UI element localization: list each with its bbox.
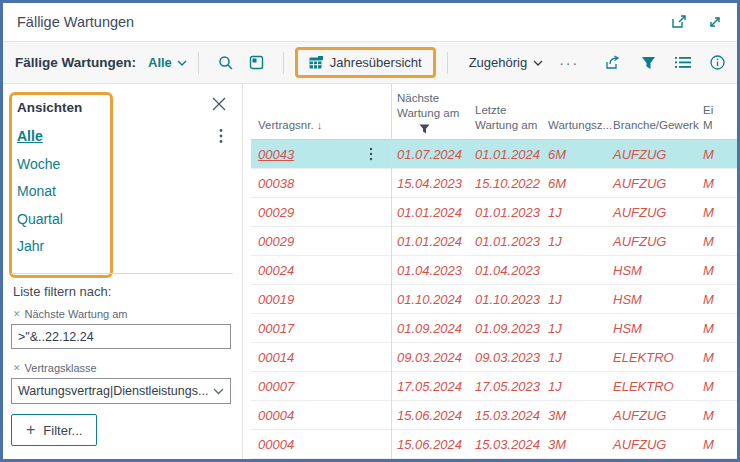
view-link-monat[interactable]: Monat xyxy=(17,183,63,211)
contract-number-link[interactable]: 00004 xyxy=(258,437,294,452)
cell-wartungszyklus: 6M xyxy=(542,176,607,191)
cell-wartungszyklus: 1J xyxy=(542,350,607,365)
cell-letzte-wartung: 15.03.2024 xyxy=(469,437,542,452)
cell-branche-gewerk: HSM xyxy=(607,263,697,278)
zugehoerig-dropdown[interactable]: Zugehörig xyxy=(469,55,544,70)
contract-number-link[interactable]: 00014 xyxy=(258,350,294,365)
view-link-alle[interactable]: Alle xyxy=(17,128,63,156)
fallige-wartungen-window: Fällige Wartungen Fällige Wartungen: All… xyxy=(0,0,740,462)
column-header-vertragsnr[interactable]: Vertragsnr. ↓ xyxy=(258,118,322,134)
table-row[interactable]: 00043 01.07.2024 01.01.2024 6M AUFZUG M xyxy=(251,140,737,169)
table-row[interactable]: 00007 17.05.2024 17.05.2023 1J ELEKTRO M xyxy=(251,372,737,401)
analysis-mode-icon[interactable] xyxy=(249,55,264,70)
table-row[interactable]: 00004 15.06.2024 15.03.2024 3M AUFZUG M xyxy=(251,401,737,430)
cell-wartungszyklus: 1J xyxy=(542,321,607,336)
page-title: Fällige Wartungen xyxy=(17,14,134,30)
cell-wartungszyklus: 3M xyxy=(542,437,607,452)
cell-cutoff: M xyxy=(697,176,737,191)
cell-letzte-wartung: 01.01.2023 xyxy=(469,234,542,249)
cell-letzte-wartung: 15.10.2022 xyxy=(469,176,542,191)
action-toolbar: Fällige Wartungen: Alle Jahresübersicht xyxy=(3,42,737,83)
views-menu-icon[interactable] xyxy=(219,128,223,144)
contract-number-link[interactable]: 00029 xyxy=(258,234,294,249)
cell-branche-gewerk: AUFZUG xyxy=(607,408,697,423)
table-row[interactable]: 00014 09.03.2024 09.03.2023 1J ELEKTRO M xyxy=(251,343,737,372)
row-menu-icon[interactable] xyxy=(369,147,373,161)
cell-naechste-wartung: 09.03.2024 xyxy=(391,350,469,365)
cell-cutoff: M xyxy=(697,437,737,452)
cell-letzte-wartung: 09.03.2023 xyxy=(469,350,542,365)
cell-wartungszyklus: 1J xyxy=(542,292,607,307)
column-header-wartungszyklus[interactable]: Wartungsz... xyxy=(548,118,612,134)
cell-letzte-wartung: 01.01.2024 xyxy=(469,147,542,162)
cell-branche-gewerk: AUFZUG xyxy=(607,205,697,220)
table-row[interactable]: 00024 01.04.2023 01.04.2023 HSM M xyxy=(251,256,737,285)
cell-letzte-wartung: 01.10.2023 xyxy=(469,292,542,307)
column-header-letzte-wartung[interactable]: Letzte Wartung am xyxy=(475,103,537,134)
expand-icon[interactable] xyxy=(707,14,723,30)
filter-pane: Ansichten Alle Woche Monat Quartal Jahr … xyxy=(3,84,243,459)
table-row[interactable]: 00029 01.01.2024 01.01.2023 1J AUFZUG M xyxy=(251,198,737,227)
more-options-icon[interactable]: ··· xyxy=(559,55,579,71)
cell-wartungszyklus: 1J xyxy=(542,379,607,394)
cell-naechste-wartung: 01.10.2024 xyxy=(391,292,469,307)
table-header: Vertragsnr. ↓ Nächste Wartung am Letzte … xyxy=(251,84,737,140)
table-row[interactable]: 00029 01.01.2024 01.01.2023 1J AUFZUG M xyxy=(251,227,737,256)
view-link-quartal[interactable]: Quartal xyxy=(17,211,63,239)
info-icon[interactable] xyxy=(710,55,725,70)
contract-number-link[interactable]: 00007 xyxy=(258,379,294,394)
cell-naechste-wartung: 15.06.2024 xyxy=(391,437,469,452)
cell-cutoff: M xyxy=(697,263,737,278)
popout-icon[interactable] xyxy=(671,14,687,30)
contract-number-link[interactable]: 00029 xyxy=(258,205,294,220)
views-heading: Ansichten xyxy=(17,100,82,115)
cell-wartungszyklus: 6M xyxy=(542,147,607,162)
cell-branche-gewerk: AUFZUG xyxy=(607,147,697,162)
naechste-wartung-filter-input[interactable] xyxy=(11,324,231,349)
remove-filter-icon[interactable]: ✕ xyxy=(13,309,21,319)
table-row[interactable]: 00019 01.10.2024 01.10.2023 1J HSM M xyxy=(251,285,737,314)
cell-letzte-wartung: 17.05.2023 xyxy=(469,379,542,394)
cell-branche-gewerk: AUFZUG xyxy=(607,176,697,191)
contract-number-link[interactable]: 00038 xyxy=(258,176,294,191)
view-link-jahr[interactable]: Jahr xyxy=(17,238,63,266)
contract-number-link[interactable]: 00019 xyxy=(258,292,294,307)
remove-filter-icon[interactable]: ✕ xyxy=(13,363,21,373)
cell-naechste-wartung: 01.01.2024 xyxy=(391,234,469,249)
column-header-branche-gewerk[interactable]: Branche/Gewerk xyxy=(613,118,699,134)
views-list: Alle Woche Monat Quartal Jahr xyxy=(17,128,63,266)
title-bar: Fällige Wartungen xyxy=(3,3,737,41)
contract-number-link[interactable]: 00024 xyxy=(258,263,294,278)
choose-columns-icon[interactable] xyxy=(675,56,691,69)
share-icon[interactable] xyxy=(605,55,622,70)
column-header-naechste-wartung[interactable]: Nächste Wartung am xyxy=(397,91,459,134)
add-filter-button[interactable]: + Filter... xyxy=(11,414,97,446)
contract-number-link[interactable]: 00017 xyxy=(258,321,294,336)
cell-naechste-wartung: 15.04.2023 xyxy=(391,176,469,191)
view-link-woche[interactable]: Woche xyxy=(17,156,63,184)
jahresuebersicht-button[interactable]: Jahresübersicht xyxy=(295,47,436,78)
cell-branche-gewerk: HSM xyxy=(607,292,697,307)
cell-branche-gewerk: HSM xyxy=(607,321,697,336)
view-filter-dropdown[interactable]: Alle xyxy=(148,55,187,70)
table-row[interactable]: 00017 01.09.2024 01.09.2023 1J HSM M xyxy=(251,314,737,343)
cell-cutoff: M xyxy=(697,321,737,336)
vertragsklasse-filter-select[interactable]: Wartungsvertrag|Dienstleistungs... xyxy=(11,378,231,404)
filter-label-naechste-wartung: ✕ Nächste Wartung am xyxy=(13,308,127,320)
table-row[interactable]: 00004 15.06.2024 15.03.2024 3M AUFZUG M xyxy=(251,430,737,459)
year-overview-icon xyxy=(309,56,323,70)
cell-letzte-wartung: 01.01.2023 xyxy=(469,205,542,220)
table-row[interactable]: 00038 15.04.2023 15.10.2022 6M AUFZUG M xyxy=(251,169,737,198)
contract-number-link[interactable]: 00043 xyxy=(258,147,294,162)
chevron-down-icon xyxy=(533,60,543,66)
close-icon[interactable] xyxy=(212,97,226,111)
cell-cutoff: M xyxy=(697,350,737,365)
cell-letzte-wartung: 01.09.2023 xyxy=(469,321,542,336)
cell-cutoff: M xyxy=(697,234,737,249)
search-icon[interactable] xyxy=(218,55,233,70)
cell-branche-gewerk: ELEKTRO xyxy=(607,379,697,394)
column-header-cutoff[interactable]: Ei M xyxy=(703,103,713,134)
cell-cutoff: M xyxy=(697,408,737,423)
contract-number-link[interactable]: 00004 xyxy=(258,408,294,423)
filter-icon[interactable] xyxy=(641,56,656,70)
